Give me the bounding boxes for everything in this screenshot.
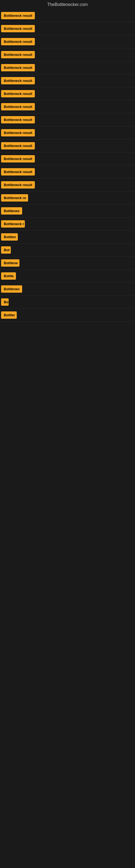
bottleneck-result-label[interactable]: Bottlenec: [1, 207, 22, 215]
list-item: Bottleneck result: [0, 179, 135, 191]
list-item: Bottleneck result: [0, 9, 135, 22]
bottleneck-result-label[interactable]: Bottleneck result: [1, 51, 35, 58]
bottleneck-result-label[interactable]: Bottlen: [1, 233, 18, 241]
list-item: Bottleneck result: [0, 35, 135, 48]
list-item: Bottler: [0, 309, 135, 322]
bottleneck-result-label[interactable]: Bottleneck result: [1, 142, 35, 150]
bottleneck-result-label[interactable]: Bottlenec: [1, 285, 22, 293]
list-item: Bo: [0, 296, 135, 309]
bottleneck-result-label[interactable]: Bottleneck result: [1, 103, 35, 111]
list-item: Bottleneck result: [0, 48, 135, 61]
bottleneck-result-label[interactable]: Bottleneck result: [1, 116, 35, 123]
list-item: Bottleneck result: [0, 113, 135, 126]
bottleneck-result-label[interactable]: Bottleneck re: [1, 194, 28, 202]
list-item: Bottleneck result: [0, 140, 135, 152]
list-item: Bottleneck result: [0, 100, 135, 113]
bottleneck-result-label[interactable]: Bottleneck result: [1, 38, 35, 45]
bottleneck-result-label[interactable]: Bottleneck r: [1, 220, 25, 227]
bottleneck-result-label[interactable]: Bottleneck result: [1, 12, 35, 19]
bottleneck-result-label[interactable]: Bot: [1, 246, 11, 254]
bottleneck-result-label[interactable]: Bo: [1, 299, 9, 306]
list-item: Bottleneck result: [0, 22, 135, 35]
site-title: TheBottlenecker.com: [0, 0, 135, 9]
list-item: Bottleneck result: [0, 61, 135, 74]
list-item: Bot: [0, 244, 135, 257]
list-item: Bottleneck result: [0, 87, 135, 100]
bottleneck-result-label[interactable]: Bottle: [1, 272, 16, 280]
bottleneck-result-label[interactable]: Bottler: [1, 311, 17, 319]
bottleneck-result-label[interactable]: Bottleneck result: [1, 155, 35, 162]
list-item: Bottleneck re: [0, 191, 135, 205]
list-item: Bottleneck result: [0, 126, 135, 140]
list-item: Bottlenec: [0, 205, 135, 218]
bottleneck-result-label[interactable]: Bottleneck result: [1, 168, 35, 176]
list-item: Bottleneck result: [0, 165, 135, 179]
list-item: Bottlenec: [0, 283, 135, 296]
list-item: Bottleneck result: [0, 74, 135, 87]
bottleneck-result-label[interactable]: Bottleneck result: [1, 181, 35, 188]
list-item: Bottlene: [0, 257, 135, 270]
list-item: Bottlen: [0, 230, 135, 244]
bottleneck-result-label[interactable]: Bottleneck result: [1, 129, 35, 136]
bottleneck-result-label[interactable]: Bottleneck result: [1, 25, 35, 32]
list-item: Bottleneck r: [0, 218, 135, 230]
bottleneck-result-label[interactable]: Bottleneck result: [1, 90, 35, 97]
bottleneck-result-label[interactable]: Bottleneck result: [1, 64, 35, 71]
bottleneck-result-label[interactable]: Bottleneck result: [1, 77, 35, 84]
bottleneck-result-label[interactable]: Bottlene: [1, 259, 19, 267]
list-item: Bottle: [0, 270, 135, 283]
list-item: Bottleneck result: [0, 152, 135, 165]
